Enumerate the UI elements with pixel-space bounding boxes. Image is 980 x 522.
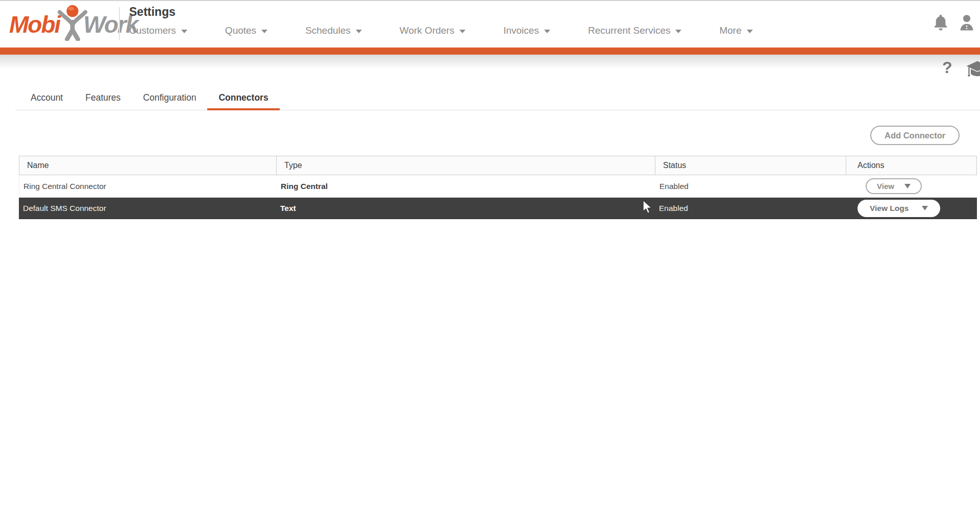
chevron-down-icon xyxy=(747,30,753,33)
connectors-table: Name Type Status Actions Ring Central Co… xyxy=(19,156,977,219)
nav-label: Recurrent Services xyxy=(588,25,671,36)
settings-page: Mobi Work Settings Customers Quotes xyxy=(0,0,980,522)
nav-item-customers[interactable]: Customers xyxy=(129,25,187,36)
top-header: Mobi Work Settings Customers Quotes xyxy=(0,0,980,48)
accent-bar-shadow xyxy=(0,55,980,69)
table-header-row: Name Type Status Actions xyxy=(19,156,977,175)
logo-text-mobi: Mobi xyxy=(9,13,60,36)
nav-item-invoices[interactable]: Invoices xyxy=(503,25,550,36)
cell-connector-type: Ring Central xyxy=(277,182,655,191)
view-logs-button-label: View Logs xyxy=(870,204,909,213)
view-dropdown-button[interactable]: View xyxy=(866,178,922,194)
header-icon-group xyxy=(932,13,976,35)
nav-item-work-orders[interactable]: Work Orders xyxy=(400,25,465,36)
chevron-down-icon xyxy=(356,30,362,33)
cell-connector-type: Text xyxy=(276,204,655,213)
tab-account[interactable]: Account xyxy=(19,86,74,110)
nav-label: Quotes xyxy=(225,25,256,36)
tab-features[interactable]: Features xyxy=(74,86,132,110)
main-nav: Customers Quotes Schedules Work Orders I… xyxy=(129,25,753,36)
dropdown-triangle-icon xyxy=(922,206,928,210)
mobiwork-logo[interactable]: Mobi Work xyxy=(9,4,137,45)
column-header-status[interactable]: Status xyxy=(655,156,846,175)
bell-icon[interactable] xyxy=(932,13,949,35)
nav-label: Customers xyxy=(129,25,176,36)
chevron-down-icon xyxy=(544,30,550,33)
accent-bar xyxy=(0,48,980,55)
nav-label: Work Orders xyxy=(400,25,454,36)
cell-connector-name: Default SMS Connector xyxy=(19,204,276,213)
chevron-down-icon xyxy=(261,30,267,33)
cell-connector-status: Enabled xyxy=(655,182,846,191)
tab-configuration[interactable]: Configuration xyxy=(132,86,207,110)
logo-divider xyxy=(119,7,120,40)
help-question-icon[interactable]: ? xyxy=(942,58,952,77)
chevron-down-icon xyxy=(675,30,681,33)
table-row[interactable]: Ring Central Connector Ring Central Enab… xyxy=(19,175,977,198)
view-button-label: View xyxy=(877,182,894,191)
help-icon-row: ? xyxy=(939,57,980,82)
cell-connector-status: Enabled xyxy=(655,204,846,213)
nav-item-more[interactable]: More xyxy=(719,25,752,36)
column-header-name[interactable]: Name xyxy=(19,156,277,175)
cell-connector-actions: View Logs xyxy=(846,200,977,217)
chevron-down-icon xyxy=(459,30,465,33)
nav-item-recurrent-services[interactable]: Recurrent Services xyxy=(588,25,682,36)
nav-label: Invoices xyxy=(503,25,539,36)
add-connector-button[interactable]: Add Connector xyxy=(870,126,960,145)
view-logs-dropdown-button[interactable]: View Logs xyxy=(857,200,940,217)
column-header-actions[interactable]: Actions xyxy=(846,156,976,175)
page-title: Settings xyxy=(129,5,176,19)
graduation-cap-icon[interactable] xyxy=(966,60,980,83)
nav-label: More xyxy=(719,25,741,36)
settings-tab-bar: Account Features Configuration Connector… xyxy=(15,86,980,110)
nav-item-quotes[interactable]: Quotes xyxy=(225,25,267,36)
nav-label: Schedules xyxy=(305,25,351,36)
column-header-type[interactable]: Type xyxy=(277,156,655,175)
table-row-selected[interactable]: Default SMS Connector Text Enabled View … xyxy=(19,198,977,219)
user-icon[interactable] xyxy=(958,13,976,35)
chevron-down-icon xyxy=(181,30,187,33)
cell-connector-actions: View xyxy=(846,178,977,194)
cell-connector-name: Ring Central Connector xyxy=(19,182,277,191)
tab-connectors[interactable]: Connectors xyxy=(207,86,279,110)
nav-item-schedules[interactable]: Schedules xyxy=(305,25,362,36)
dropdown-triangle-icon xyxy=(904,184,911,188)
